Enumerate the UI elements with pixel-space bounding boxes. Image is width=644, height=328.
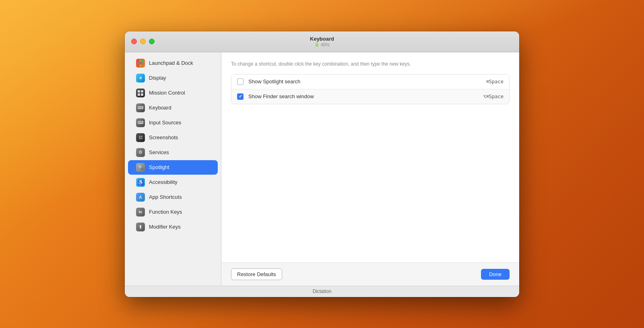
sidebar-item-label-display: Display [149,75,166,81]
sidebar-item-label-accessibility: Accessibility [149,179,178,185]
sidebar-item-mission-control[interactable]: Mission Control [128,86,218,100]
content-area: To change a shortcut, double click the k… [221,52,519,286]
shortcut-row-finder: Show Finder search window ⌥⌘Space [231,89,509,104]
sidebar-item-label-modifier-keys: Modifier Keys [149,224,181,230]
mission-icon [136,89,145,97]
keyboard-icon: ⌨ [136,103,145,112]
sidebar-item-label-app-shortcuts: App Shortcuts [149,194,182,200]
modifier-icon: ⬆ [136,223,145,231]
accessibility-icon: ♿ [136,178,145,187]
maximize-button[interactable] [149,39,155,44]
spotlight-label: Show Spotlight search [248,78,481,85]
appshortcuts-icon: A [136,193,145,202]
main-window: Keyboard 🔋 40% Launchpad & Dock☀DisplayM… [125,31,519,297]
bottom-tab[interactable]: Dictation [125,286,519,297]
shortcuts-table: Show Spotlight search ⌘Space Show Finder… [231,74,510,104]
battery-percent: 40% [321,42,330,47]
sidebar-item-label-screenshots: Screenshots [149,134,178,140]
window-title: Keyboard [310,36,334,42]
spotlight-keys: ⌘Space [486,79,504,85]
shortcut-row-spotlight: Show Spotlight search ⌘Space [231,74,509,89]
content-main: To change a shortcut, double click the k… [221,52,519,262]
finder-label: Show Finder search window [248,93,478,99]
sidebar: Launchpad & Dock☀DisplayMission Control⌨… [125,52,221,286]
hint-text: To change a shortcut, double click the k… [231,60,510,68]
title-bar-center: Keyboard 🔋 40% [310,36,334,47]
display-icon: ☀ [136,74,145,83]
sidebar-item-screenshots[interactable]: ⊡Screenshots [128,130,218,145]
sidebar-item-label-services: Services [149,149,169,155]
input-icon: ⌨ [136,118,145,127]
fn-icon: fn [136,208,145,217]
sidebar-item-label-spotlight: Spotlight [149,164,169,170]
sidebar-item-accessibility[interactable]: ♿Accessibility [128,175,218,190]
sidebar-item-label-function-keys: Function Keys [149,209,182,215]
sidebar-item-services[interactable]: ⚙Services [128,145,218,160]
finder-checkbox[interactable] [237,93,244,100]
finder-keys: ⌥⌘Space [483,94,504,99]
sidebar-item-input-sources[interactable]: ⌨Input Sources [128,116,218,130]
done-button[interactable]: Done [481,269,510,280]
title-bar: Keyboard 🔋 40% [125,31,519,52]
sidebar-item-display[interactable]: ☀Display [128,71,218,85]
spotlight-checkbox[interactable] [237,78,244,85]
sidebar-item-app-shortcuts[interactable]: AApp Shortcuts [128,190,218,204]
sidebar-item-spotlight[interactable]: 🔍Spotlight [128,160,218,175]
spotlight-icon: 🔍 [136,163,145,172]
bottom-tab-label: Dictation [313,289,332,294]
sidebar-item-label-keyboard: Keyboard [149,105,171,111]
sidebar-item-keyboard[interactable]: ⌨Keyboard [128,101,218,115]
launchpad-icon [136,59,145,68]
services-icon: ⚙ [136,148,145,157]
sidebar-item-function-keys[interactable]: fnFunction Keys [128,205,218,219]
restore-defaults-button[interactable]: Restore Defaults [231,268,282,280]
sidebar-item-modifier-keys[interactable]: ⬆Modifier Keys [128,220,218,234]
sidebar-item-label-input-sources: Input Sources [149,120,181,126]
window-body: Launchpad & Dock☀DisplayMission Control⌨… [125,52,519,286]
traffic-lights [131,39,155,44]
minimize-button[interactable] [140,39,146,44]
sidebar-item-launchpad-dock[interactable]: Launchpad & Dock [128,56,218,70]
screenshots-icon: ⊡ [136,133,145,142]
sidebar-item-label-launchpad-dock: Launchpad & Dock [149,60,193,66]
battery-icon: 🔋 [314,42,319,47]
close-button[interactable] [131,39,137,44]
window-subtitle: 🔋 40% [310,42,334,47]
content-footer: Restore Defaults Done [221,262,519,286]
sidebar-item-label-mission-control: Mission Control [149,90,185,96]
